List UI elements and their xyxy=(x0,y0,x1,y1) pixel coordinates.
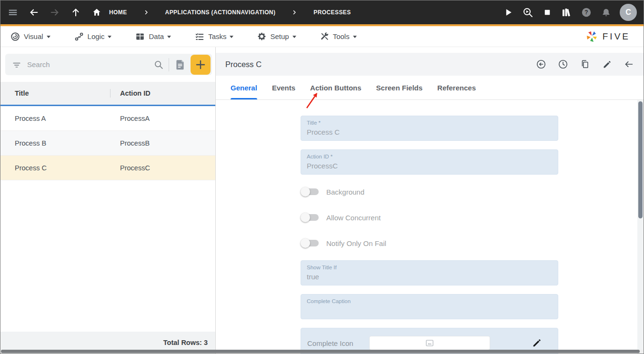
search-input[interactable] xyxy=(27,60,153,69)
tab-screen-fields[interactable]: Screen Fields xyxy=(376,76,423,99)
preview-icon[interactable] xyxy=(522,7,533,18)
allow-concurrent-toggle-row: Allow Concurrent xyxy=(301,212,558,223)
cell-action-id: ProcessA xyxy=(111,115,215,122)
show-title-if-field[interactable]: Show Title If true xyxy=(301,260,558,285)
menu-logic[interactable]: Logic xyxy=(74,31,112,42)
complete-icon-label: Complete Icon xyxy=(307,339,353,347)
top-navigation-bar: HOME APPLICATIONS (ACTIONNAVIGATION) PRO… xyxy=(0,0,644,24)
edit-icon[interactable] xyxy=(602,59,612,69)
menu-visual[interactable]: Visual xyxy=(10,31,50,42)
tab-general[interactable]: General xyxy=(231,76,257,99)
stop-icon[interactable] xyxy=(542,7,553,18)
vertical-scrollbar-thumb[interactable] xyxy=(638,101,643,218)
table-row-process-c[interactable]: Process C ProcessC xyxy=(0,156,215,180)
chevron-down-icon xyxy=(353,36,357,38)
add-record-button[interactable] xyxy=(191,55,211,75)
menu-icon[interactable] xyxy=(7,7,19,18)
menu-tools[interactable]: Tools xyxy=(320,31,357,41)
forward-icon[interactable] xyxy=(49,7,60,18)
main-menubar: Visual Logic Data Tasks Setup xyxy=(0,26,644,47)
menu-data-label: Data xyxy=(149,32,164,40)
search-bar xyxy=(5,54,212,75)
background-toggle-label: Background xyxy=(326,188,364,196)
breadcrumb-processes[interactable]: PROCESSES xyxy=(313,9,351,16)
image-placeholder-icon xyxy=(425,338,434,348)
vertical-scrollbar[interactable] xyxy=(637,100,644,354)
breadcrumb-application[interactable]: APPLICATIONS (ACTIONNAVIGATION) xyxy=(165,9,276,16)
complete-caption-value xyxy=(307,306,552,315)
help-icon[interactable]: ? xyxy=(581,7,592,18)
chevron-down-icon xyxy=(292,36,296,38)
table-row-process-b[interactable]: Process B ProcessB xyxy=(0,131,215,156)
run-icon[interactable] xyxy=(503,7,514,18)
tab-events[interactable]: Events xyxy=(272,76,295,99)
avatar[interactable]: C xyxy=(620,4,637,21)
breadcrumb-home[interactable]: HOME xyxy=(109,9,127,16)
table-empty-space xyxy=(0,180,215,332)
cell-title: Process C xyxy=(0,164,110,172)
back-icon[interactable] xyxy=(28,7,40,18)
notify-only-on-fail-toggle-label: Notify Only On Fail xyxy=(326,239,386,247)
copy-icon[interactable] xyxy=(580,59,590,69)
svg-text:?: ? xyxy=(584,9,588,16)
five-logo-text: FIVE xyxy=(603,31,630,42)
five-logo-pinwheel xyxy=(584,30,599,44)
chevron-down-icon xyxy=(108,36,111,38)
cell-title: Process A xyxy=(0,115,110,122)
menu-visual-label: Visual xyxy=(24,32,43,40)
table-row-process-a[interactable]: Process A ProcessA xyxy=(0,106,215,131)
app-window: HOME APPLICATIONS (ACTIONNAVIGATION) PRO… xyxy=(0,0,644,354)
back-circle-icon[interactable] xyxy=(536,59,546,69)
up-icon[interactable] xyxy=(70,7,81,18)
allow-concurrent-toggle-label: Allow Concurrent xyxy=(326,214,381,222)
menu-data[interactable]: Data xyxy=(135,31,171,42)
title-field[interactable]: Title * Process C xyxy=(301,116,558,141)
action-id-field[interactable]: Action ID * ProcessC xyxy=(301,149,558,175)
records-list-panel: Title Action ID Process A ProcessA Proce… xyxy=(0,47,216,354)
filter-icon[interactable] xyxy=(12,60,21,69)
menu-tasks[interactable]: Tasks xyxy=(194,31,233,42)
tab-action-buttons[interactable]: Action Buttons xyxy=(310,76,361,99)
chevron-right-icon xyxy=(292,10,297,15)
allow-concurrent-toggle[interactable] xyxy=(302,214,319,221)
menu-tasks-label: Tasks xyxy=(208,32,226,40)
notify-only-on-fail-toggle-row: Notify Only On Fail xyxy=(301,237,558,249)
column-header-title[interactable]: Title xyxy=(0,89,110,97)
arrow-left-icon[interactable] xyxy=(624,59,634,69)
cell-action-id: ProcessB xyxy=(111,139,215,147)
background-toggle[interactable] xyxy=(302,188,319,195)
menu-setup[interactable]: Setup xyxy=(257,31,296,41)
detail-header: Process C xyxy=(216,53,644,76)
chevron-right-icon xyxy=(143,10,149,15)
form-scroll-area: Title * Process C Action ID * ProcessC B… xyxy=(216,100,644,354)
notify-only-on-fail-toggle[interactable] xyxy=(302,240,319,246)
five-logo: FIVE xyxy=(584,30,634,44)
horizontal-scrollbar[interactable] xyxy=(1,350,643,353)
chevron-down-icon xyxy=(47,36,50,38)
divider xyxy=(169,58,169,71)
show-title-if-label: Show Title If xyxy=(307,264,552,271)
record-detail-panel: Process C xyxy=(216,47,644,354)
tab-references[interactable]: References xyxy=(437,76,476,99)
home-icon[interactable] xyxy=(91,7,102,18)
history-icon[interactable] xyxy=(558,59,568,69)
horizontal-scrollbar-thumb[interactable] xyxy=(1,350,640,353)
library-icon[interactable] xyxy=(561,7,573,18)
cell-title: Process B xyxy=(0,139,110,147)
complete-icon-edit-pencil[interactable] xyxy=(532,338,542,348)
cell-action-id: ProcessC xyxy=(111,164,215,172)
complete-icon-picker[interactable] xyxy=(369,336,490,350)
menu-tools-label: Tools xyxy=(333,32,350,40)
title-field-value: Process C xyxy=(307,128,552,137)
total-rows-label: Total Rows: 3 xyxy=(163,339,208,346)
detail-tabs: General Events Action Buttons Screen Fie… xyxy=(216,76,644,100)
menu-logic-label: Logic xyxy=(88,32,105,40)
complete-caption-label: Complete Caption xyxy=(307,298,552,305)
search-icon[interactable] xyxy=(153,59,164,70)
chevron-down-icon xyxy=(230,36,233,38)
complete-caption-field[interactable]: Complete Caption xyxy=(301,294,558,319)
notifications-icon[interactable] xyxy=(600,7,612,18)
menu-setup-label: Setup xyxy=(270,32,289,40)
column-header-action-id[interactable]: Action ID xyxy=(111,89,215,97)
copy-record-icon[interactable] xyxy=(174,59,186,71)
